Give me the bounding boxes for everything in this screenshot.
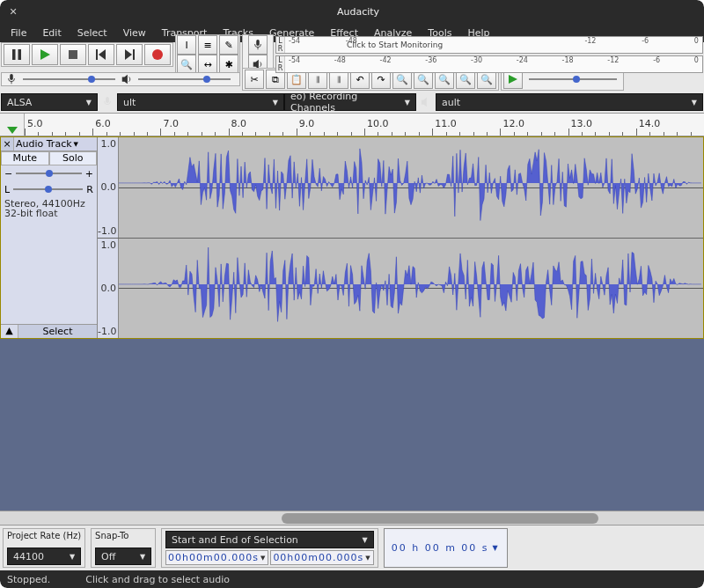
toolbars: I ≡ ✎ 🔍 ↔ ✱ L-54-48-12-60 R Click to Sta… (0, 42, 704, 114)
mic-icon (5, 73, 18, 85)
tracks-area: × Audio Track▼ Mute Solo −+ LR Stereo, 4… (0, 136, 704, 525)
speed-slider[interactable] (529, 78, 617, 80)
draw-tool-icon[interactable]: ✎ (219, 35, 238, 55)
svg-rect-7 (133, 49, 135, 60)
svg-point-8 (152, 49, 163, 60)
svg-rect-0 (12, 49, 16, 60)
titlebar: ✕ Audacity (0, 0, 704, 23)
svg-rect-1 (18, 49, 22, 60)
skip-end-button[interactable] (116, 44, 143, 65)
stop-button[interactable] (60, 44, 86, 65)
play-volume-slider[interactable] (138, 78, 231, 80)
svg-rect-4 (96, 49, 98, 60)
selection-start-time[interactable]: 00h00m00.000s▼ (165, 550, 268, 565)
device-toolbar: ALSA▼ ult▼ eo) Recording Channels▼ ault▼ (0, 92, 704, 113)
selection-tool-icon[interactable]: I (177, 35, 196, 55)
menu-view[interactable]: View (116, 26, 153, 40)
track-menu[interactable]: Audio Track▼ (13, 137, 97, 151)
svg-rect-16 (106, 97, 109, 103)
speaker-icon (420, 96, 432, 108)
audio-track: × Audio Track▼ Mute Solo −+ LR Stereo, 4… (0, 136, 704, 339)
svg-marker-14 (122, 75, 128, 85)
envelope-tool-icon[interactable]: ≡ (198, 35, 217, 55)
collapse-icon[interactable]: ▲ (1, 325, 18, 338)
svg-marker-6 (125, 49, 132, 60)
snap-to-select[interactable]: Off▼ (95, 548, 151, 565)
svg-marker-18 (7, 127, 18, 134)
solo-button[interactable]: Solo (49, 151, 98, 165)
zoom-tool-icon[interactable]: 🔍 (177, 55, 196, 74)
rec-volume-slider[interactable] (23, 78, 115, 80)
play-device-select[interactable]: ault▼ (436, 93, 703, 111)
cut-icon[interactable]: ✂ (245, 70, 264, 89)
empty-track-space[interactable] (0, 339, 704, 511)
menu-file[interactable]: File (4, 26, 33, 40)
snap-to-label: Snap-To (95, 531, 151, 542)
recording-meter[interactable]: L-54-48-12-60 R Click to Start Monitorin… (275, 36, 703, 54)
track-format-info: Stereo, 44100Hz32-bit float (1, 197, 97, 220)
channel-right[interactable]: 1.00.0-1.0 (98, 239, 703, 339)
mic-icon (101, 96, 114, 108)
svg-rect-12 (10, 74, 13, 80)
svg-marker-2 (40, 49, 50, 60)
menu-edit[interactable]: Edit (35, 26, 68, 40)
selection-toolbar: Project Rate (Hz) 44100▼ Snap-To Off▼ St… (0, 525, 704, 570)
ruler-pin-icon[interactable] (0, 114, 25, 136)
svg-rect-3 (69, 50, 77, 59)
audio-host-select[interactable]: ALSA▼ (1, 93, 98, 111)
rec-device-select[interactable]: ult▼ (117, 93, 284, 111)
project-rate-select[interactable]: 44100▼ (7, 548, 81, 565)
statusbar: Stopped. Click and drag to select audio (0, 570, 704, 588)
close-icon[interactable]: ✕ (7, 5, 19, 18)
track-close-icon[interactable]: × (1, 138, 13, 150)
rec-channels-select[interactable]: eo) Recording Channels▼ (284, 93, 416, 111)
skip-start-button[interactable] (88, 44, 114, 65)
selection-mode-select[interactable]: Start and End of Selection▼ (165, 531, 374, 548)
status-hint: Click and drag to select audio (85, 574, 230, 585)
mic-meter-icon[interactable] (248, 35, 268, 55)
pan-slider[interactable]: LR (1, 181, 97, 197)
waveform-area[interactable]: 1.00.0-1.0 1.00.0-1.0 (98, 137, 703, 338)
playback-meter[interactable]: L-54-48-42-36-30-24-18-12-60 R (275, 55, 703, 73)
horizontal-scrollbar[interactable] (0, 511, 704, 525)
menu-select[interactable]: Select (70, 26, 114, 40)
timeshift-tool-icon[interactable]: ↔ (198, 55, 217, 74)
track-select-button[interactable]: Select (18, 325, 97, 338)
record-button[interactable] (144, 44, 171, 65)
svg-marker-15 (509, 75, 517, 84)
project-rate-label: Project Rate (Hz) (7, 531, 81, 542)
speaker-icon (121, 73, 133, 85)
mixer-toolbar (1, 72, 240, 86)
selection-end-time[interactable]: 00h00m00.000s▼ (270, 550, 373, 565)
meter-monitor-hint: Click to Start Monitoring (294, 37, 702, 53)
svg-marker-17 (422, 98, 427, 107)
status-state: Stopped. (7, 574, 50, 585)
multi-tool-icon[interactable]: ✱ (219, 55, 238, 74)
svg-marker-5 (99, 49, 106, 60)
window-title: Audacity (19, 6, 697, 18)
channel-left[interactable]: 1.00.0-1.0 (98, 137, 703, 239)
timeline-ruler[interactable]: 5.06.07.08.09.010.011.012.013.014.015.0 (0, 114, 704, 136)
play-button[interactable] (32, 44, 58, 65)
track-control-panel: × Audio Track▼ Mute Solo −+ LR Stereo, 4… (1, 137, 98, 338)
svg-rect-9 (256, 40, 260, 46)
mute-button[interactable]: Mute (1, 151, 49, 165)
gain-slider[interactable]: −+ (1, 165, 97, 181)
transport-toolbar (1, 42, 173, 67)
pause-button[interactable] (4, 44, 30, 65)
tools-toolbar: I ≡ ✎ 🔍 ↔ ✱ (175, 34, 240, 75)
audio-position-display[interactable]: 00 h 00 m 00 s▼ (384, 528, 508, 568)
